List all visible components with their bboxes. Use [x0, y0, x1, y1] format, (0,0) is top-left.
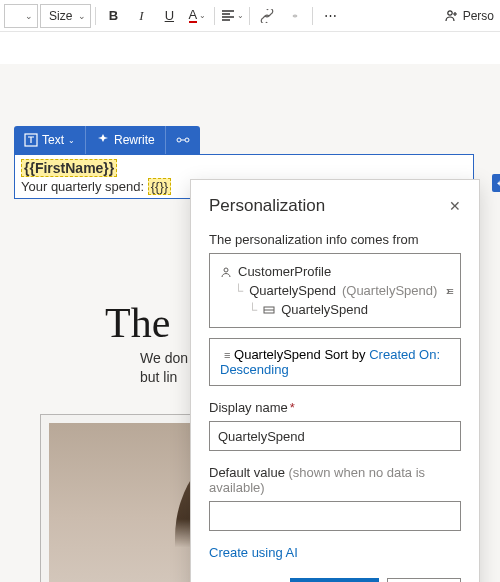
ribbon-spacer — [0, 32, 500, 64]
flow-button[interactable] — [166, 126, 200, 154]
svg-point-3 — [185, 138, 189, 142]
sparkle-icon — [96, 133, 110, 147]
separator — [214, 7, 215, 25]
close-icon[interactable]: ✕ — [449, 198, 461, 214]
separator — [249, 7, 250, 25]
source-label: The personalization info comes from — [209, 232, 461, 247]
underline-button[interactable]: U — [156, 3, 182, 29]
sort-selector[interactable]: ≡ QuartelySpend Sort by Created On: Desc… — [209, 338, 461, 386]
page-subcopy: We don but lin — [140, 349, 188, 387]
chevron-down-icon: ⌄ — [78, 11, 86, 21]
personalization-panel: Personalization ✕ The personalization in… — [190, 179, 480, 582]
link-icon — [260, 9, 274, 23]
font-family-select[interactable]: ⌄ — [4, 4, 38, 28]
cancel-button[interactable]: Cancel — [387, 578, 461, 582]
formatting-toolbar: ⌄ Size⌄ B I U A⌄ ⌄ ⋯ Perso — [0, 0, 500, 32]
separator — [312, 7, 313, 25]
personalization-toolbar-button[interactable]: Perso — [445, 9, 496, 23]
svg-point-0 — [447, 10, 451, 14]
flow-icon — [176, 133, 190, 147]
panel-actions: Save⌄ Cancel — [209, 578, 461, 582]
separator — [95, 7, 96, 25]
filter-icon: ≡ — [224, 349, 230, 361]
person-icon — [445, 9, 459, 23]
save-button[interactable]: Save⌄ — [290, 578, 379, 582]
rewrite-button[interactable]: Rewrite — [86, 126, 166, 154]
font-size-select[interactable]: Size⌄ — [40, 4, 91, 28]
token-firstname[interactable]: {{FirstName}} — [21, 159, 117, 177]
svg-point-4 — [224, 268, 228, 272]
design-canvas: Text⌄ Rewrite {{FirstName}} Your quarter… — [0, 64, 500, 84]
panel-title: Personalization ✕ — [209, 196, 461, 216]
page-headline: The — [105, 299, 170, 347]
more-button[interactable]: ⋯ — [317, 3, 343, 29]
create-using-ai-link[interactable]: Create using AI — [209, 545, 461, 560]
align-button[interactable]: ⌄ — [219, 3, 245, 29]
text-element-menu[interactable]: Text⌄ — [14, 126, 86, 154]
default-value-input[interactable] — [209, 501, 461, 531]
italic-button[interactable]: I — [128, 3, 154, 29]
align-left-icon — [221, 9, 235, 23]
svg-point-2 — [177, 138, 181, 142]
chevron-right-icon: › — [446, 284, 450, 298]
unlink-button — [282, 3, 308, 29]
unlink-icon — [288, 9, 302, 23]
link-button[interactable] — [254, 3, 280, 29]
field-icon — [263, 304, 275, 316]
default-value-label: Default value (shown when no data is ava… — [209, 465, 461, 495]
element-context-toolbar: Text⌄ Rewrite — [14, 126, 200, 154]
chevron-down-icon: ⌄ — [25, 11, 33, 21]
text-block-icon — [24, 133, 38, 147]
display-name-input[interactable] — [209, 421, 461, 451]
resize-handle[interactable]: ✥ — [492, 174, 500, 192]
person-icon — [220, 266, 232, 278]
display-name-label: Display name* — [209, 400, 461, 415]
font-color-button[interactable]: A⌄ — [184, 3, 210, 29]
data-source-picker[interactable]: CustomerProfile └ QuartelySpend (Quartel… — [209, 253, 461, 328]
token-empty[interactable]: {{}} — [148, 178, 171, 195]
bold-button[interactable]: B — [100, 3, 126, 29]
